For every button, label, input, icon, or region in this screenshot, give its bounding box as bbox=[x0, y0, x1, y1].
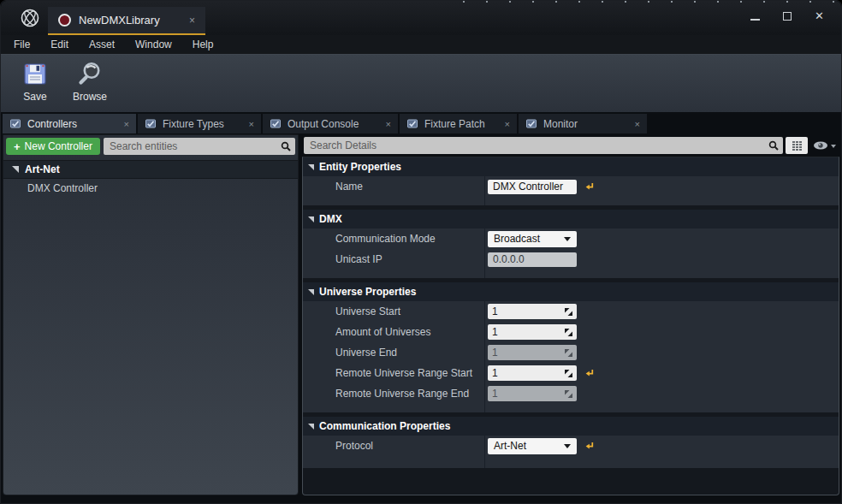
tab-output-console[interactable]: Output Console × bbox=[263, 114, 398, 133]
tab-fixture-patch[interactable]: Fixture Patch × bbox=[400, 114, 517, 133]
tab-document-icon bbox=[406, 118, 418, 129]
property-row-universe-start: Universe Start 1 bbox=[303, 301, 839, 322]
property-label: Universe End bbox=[303, 347, 484, 359]
property-value-cell: 0.0.0.0 bbox=[484, 252, 839, 267]
section-header[interactable]: Communication Properties bbox=[303, 417, 839, 436]
menu-window[interactable]: Window bbox=[125, 39, 182, 50]
asset-tab-newdmxlibrary[interactable]: NewDMXLibrary × bbox=[48, 7, 205, 35]
search-entities-input[interactable] bbox=[104, 138, 295, 155]
section-title: DMX bbox=[319, 213, 342, 225]
drag-handle-icon bbox=[565, 370, 572, 377]
spin-value: 1 bbox=[492, 367, 498, 379]
section-header[interactable]: DMX bbox=[303, 210, 839, 228]
drag-handle-icon bbox=[565, 390, 572, 398]
close-icon[interactable]: ✕ bbox=[815, 12, 824, 21]
amount-of-universes-spinbox[interactable]: 1 bbox=[488, 324, 577, 340]
expand-arrow-icon bbox=[308, 164, 314, 170]
name-field[interactable]: DMX Controller bbox=[488, 180, 577, 194]
browse-label: Browse bbox=[73, 91, 107, 103]
drag-handle-icon bbox=[565, 349, 572, 357]
property-matrix-button[interactable] bbox=[786, 137, 808, 154]
browse-button[interactable]: Browse bbox=[68, 61, 112, 103]
remote-universe-range-start-spinbox[interactable]: 1 bbox=[488, 365, 577, 381]
dropdown-value: Art-Net bbox=[494, 440, 526, 452]
view-options-button[interactable] bbox=[810, 137, 838, 154]
tab-controllers[interactable]: Controllers × bbox=[3, 114, 136, 133]
property-row-name: Name DMX Controller bbox=[303, 176, 839, 197]
property-value-cell: 1 bbox=[484, 386, 839, 401]
menu-asset[interactable]: Asset bbox=[79, 39, 125, 50]
tab-label: Fixture Patch bbox=[424, 118, 485, 130]
property-value-cell: Art-Net bbox=[484, 438, 839, 454]
details-panel: Entity Properties Name DMX Controller bbox=[302, 134, 839, 495]
property-row-remote-universe-range-start: Remote Universe Range Start 1 bbox=[303, 363, 839, 383]
floppy-disk-icon bbox=[22, 61, 48, 86]
property-value-cell: 1 bbox=[484, 345, 839, 360]
tab-close-icon[interactable]: × bbox=[505, 119, 510, 129]
section-title: Entity Properties bbox=[319, 161, 401, 173]
tab-close-icon[interactable]: × bbox=[386, 119, 391, 129]
asset-tab-label: NewDMXLibrary bbox=[79, 14, 160, 27]
asset-tab-close-icon[interactable]: × bbox=[177, 15, 195, 27]
property-row-amount-of-universes: Amount of Universes 1 bbox=[303, 322, 839, 342]
magnifier-icon bbox=[77, 61, 103, 86]
tab-fixture-types[interactable]: Fixture Types × bbox=[138, 114, 261, 133]
section-title: Communication Properties bbox=[319, 420, 450, 432]
minimize-icon[interactable] bbox=[750, 12, 760, 21]
desktop-background-specks bbox=[463, 1, 839, 3]
property-value-cell: 1 bbox=[484, 324, 839, 340]
group-header-artnet[interactable]: Art-Net bbox=[3, 160, 298, 179]
editor-tab-bar: Controllers × Fixture Types × Output Con… bbox=[1, 112, 841, 133]
section-rows: Universe Start 1 Amount of Universes bbox=[303, 301, 839, 412]
property-label: Amount of Universes bbox=[303, 326, 484, 338]
section-header[interactable]: Universe Properties bbox=[303, 282, 839, 301]
menu-file[interactable]: File bbox=[14, 39, 40, 50]
group-name: Art-Net bbox=[25, 163, 60, 175]
tab-label: Fixture Types bbox=[163, 118, 224, 130]
reset-to-default-icon[interactable] bbox=[584, 442, 594, 451]
save-button[interactable]: Save bbox=[13, 61, 57, 103]
protocol-dropdown[interactable]: Art-Net bbox=[488, 438, 577, 454]
list-item-dmx-controller[interactable]: DMX Controller bbox=[3, 179, 298, 197]
tab-document-icon bbox=[9, 118, 21, 129]
tab-document-icon bbox=[525, 118, 537, 129]
list-item-label: DMX Controller bbox=[27, 182, 98, 194]
reset-to-default-icon[interactable] bbox=[584, 369, 594, 378]
tab-close-icon[interactable]: × bbox=[249, 119, 254, 129]
search-details-input[interactable] bbox=[304, 137, 783, 154]
property-row-protocol: Protocol Art-Net bbox=[303, 436, 839, 456]
property-value-cell: 1 bbox=[484, 304, 839, 319]
chevron-down-icon bbox=[564, 237, 571, 245]
expand-arrow-icon bbox=[308, 289, 314, 295]
section-rows: Protocol Art-Net bbox=[303, 436, 839, 468]
menu-bar: File Edit Asset Window Help bbox=[1, 35, 841, 54]
section-rows: Communication Mode Broadcast Unicast IP bbox=[303, 228, 839, 278]
unreal-dmx-editor-window: NewDMXLibrary × ✕ File Edit Asset Window… bbox=[0, 0, 842, 504]
spin-value: 1 bbox=[492, 326, 498, 338]
menu-help[interactable]: Help bbox=[182, 39, 224, 50]
tab-close-icon[interactable]: × bbox=[124, 119, 129, 129]
reset-to-default-icon[interactable] bbox=[584, 182, 594, 192]
universe-start-spinbox[interactable]: 1 bbox=[488, 304, 577, 319]
section-header[interactable]: Entity Properties bbox=[303, 157, 839, 176]
spin-value: 1 bbox=[492, 388, 498, 400]
property-row-communication-mode: Communication Mode Broadcast bbox=[303, 228, 839, 249]
tab-document-icon bbox=[270, 118, 282, 129]
menu-edit[interactable]: Edit bbox=[40, 39, 79, 50]
property-row-remote-universe-range-end: Remote Universe Range End 1 bbox=[303, 383, 839, 404]
spin-value: 1 bbox=[492, 347, 498, 359]
new-controller-button[interactable]: + New Controller bbox=[6, 138, 100, 155]
tab-monitor[interactable]: Monitor × bbox=[519, 114, 647, 133]
expand-arrow-icon bbox=[308, 424, 314, 430]
universe-end-spinbox: 1 bbox=[488, 345, 577, 360]
property-label: Protocol bbox=[303, 440, 484, 452]
search-icon bbox=[768, 140, 779, 151]
section-communication-properties: Communication Properties Protocol Art-Ne… bbox=[303, 417, 839, 468]
grid-icon bbox=[792, 140, 803, 151]
chevron-down-icon bbox=[831, 145, 836, 151]
communication-mode-dropdown[interactable]: Broadcast bbox=[488, 231, 577, 247]
tab-close-icon[interactable]: × bbox=[635, 119, 640, 129]
section-dmx: DMX Communication Mode Broadcast bbox=[303, 210, 839, 278]
maximize-icon[interactable] bbox=[783, 12, 792, 21]
new-controller-label: New Controller bbox=[25, 140, 92, 152]
